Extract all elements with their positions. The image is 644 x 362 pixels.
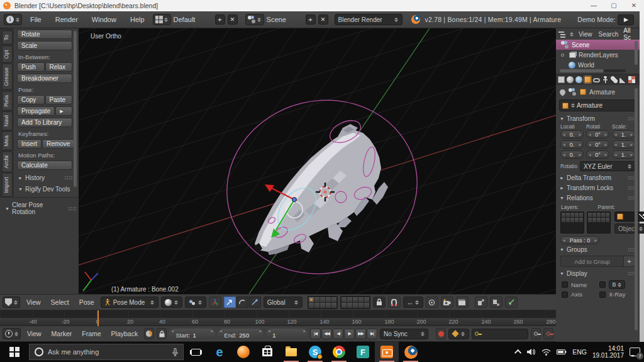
delete-scene-button[interactable]: ✕ (318, 14, 328, 25)
maximum-draw-type-dropdown[interactable]: B (609, 280, 625, 289)
demo-play-button[interactable]: ▶ (618, 14, 634, 25)
taskbar-skype[interactable]: S (303, 342, 327, 362)
shelf-tab-relations[interactable]: Rela (2, 91, 13, 111)
snap-toggle-button[interactable] (388, 297, 401, 308)
tab-physics[interactable] (628, 76, 636, 84)
groups-panel-header[interactable]: Groups (556, 244, 640, 254)
delta-transform-panel-header[interactable]: Delta Transform (556, 173, 640, 183)
screen-layout-icon-button[interactable] (153, 14, 171, 25)
parent-type-dropdown[interactable]: Object (614, 223, 644, 234)
add-to-group-button[interactable]: Add to Group (560, 256, 624, 267)
current-frame-field[interactable]: 1 (266, 329, 308, 339)
taskbar-store[interactable] (255, 342, 279, 362)
outliner-hscrollbar[interactable] (560, 69, 626, 72)
scale-y-field[interactable]: 1. (612, 140, 635, 149)
outliner-menu-search[interactable]: Search (597, 31, 620, 38)
layered-record-button[interactable] (157, 328, 167, 339)
scene-selector-icon-button[interactable] (245, 14, 264, 25)
scale-button[interactable]: Scale (17, 41, 72, 50)
object-layers-widget[interactable] (560, 212, 611, 234)
sync-dropdown[interactable]: No Sync (380, 329, 428, 339)
tab-bone[interactable] (610, 76, 618, 84)
current-frame-marker[interactable] (97, 310, 99, 326)
shelf-tab-options[interactable]: Opt (2, 46, 13, 63)
add-group-plus-button[interactable]: + (624, 256, 635, 267)
copy-pose-button[interactable]: Copy (17, 95, 45, 105)
snap-element-dropdown[interactable]: ↔ (403, 297, 423, 308)
panel-grip-icon[interactable] (68, 206, 76, 211)
menu-window[interactable]: Window (86, 16, 122, 23)
display-wire-checkbox[interactable] (599, 281, 606, 288)
rotation-x-field[interactable]: 0° (586, 130, 609, 139)
wifi-icon[interactable] (541, 349, 551, 356)
microphone-icon[interactable] (172, 348, 178, 356)
insert-keyframes-button[interactable] (531, 328, 541, 339)
timeline-ruler[interactable]: -40 -20 0 20 40 60 80 100 120 140 160 18… (0, 318, 556, 326)
tool-shelf-scrollbar[interactable] (74, 31, 77, 187)
display-xray-checkbox[interactable] (599, 291, 606, 298)
tab-constraints[interactable] (592, 76, 601, 84)
paste-pose-button[interactable]: Paste (45, 95, 73, 105)
view3d-editor-selector[interactable] (3, 297, 20, 308)
timeline-editor-selector[interactable] (3, 328, 21, 339)
propagate-options-arrow[interactable]: ▶ (55, 106, 72, 116)
shelf-tab-tools[interactable]: To (2, 31, 13, 45)
mode-dropdown[interactable]: Pose Mode (101, 297, 158, 308)
shelf-tab-measure[interactable]: Mea (2, 132, 13, 150)
rigify-panel-header[interactable]: Rigify Dev Tools (18, 186, 72, 193)
keying-set-dropdown[interactable] (448, 329, 469, 339)
scene-name[interactable]: Scene (267, 16, 303, 23)
play-button[interactable]: ▶ (344, 329, 355, 339)
transform-locks-panel-header[interactable]: Transform Locks (556, 183, 640, 193)
start-button[interactable] (0, 342, 29, 362)
viewport-3d[interactable]: User Ortho (1) Armature : Bone.002 (79, 28, 556, 294)
remove-keyframe-button[interactable]: Remove (42, 139, 74, 149)
eyedropper-icon[interactable] (639, 214, 644, 220)
tab-scene[interactable] (566, 76, 574, 84)
object-id-field[interactable]: Armature (559, 99, 636, 111)
menu-file[interactable]: File (25, 16, 47, 23)
outliner-filter-dropdown[interactable]: All Sc (623, 27, 637, 41)
outliner-item-scene[interactable]: Scene (556, 40, 640, 50)
add-scene-button[interactable]: + (306, 14, 316, 25)
view3d-menu-view[interactable]: View (23, 298, 45, 306)
relax-button[interactable]: Relax (45, 62, 73, 72)
pass-index-field[interactable]: Pass : 0 (560, 236, 599, 244)
delete-keyframes-button[interactable] (543, 328, 553, 339)
display-axis-checkbox[interactable] (562, 291, 568, 298)
volume-icon[interactable] (527, 348, 536, 356)
manipulator-toggle-button[interactable] (209, 297, 221, 308)
copy-pose-button-header[interactable] (475, 297, 487, 308)
render-engine-dropdown[interactable]: Blender Render (335, 14, 402, 25)
rotation-y-field[interactable]: 0° (586, 140, 609, 149)
shelf-tab-import[interactable]: Import (2, 173, 13, 197)
panel-grip-icon[interactable] (64, 176, 72, 180)
battery-icon[interactable] (557, 349, 567, 355)
prev-keyframe-button[interactable]: ◀◀ (321, 329, 332, 339)
rotation-z-field[interactable]: 0° (586, 150, 609, 159)
outliner-vscrollbar[interactable] (635, 41, 638, 65)
rotation-mode-dropdown[interactable]: XYZ Euler (580, 161, 635, 171)
viewport-layers-widget[interactable] (308, 296, 370, 309)
tab-bone-constraints[interactable] (619, 76, 627, 84)
tab-render[interactable] (557, 76, 565, 84)
lock-to-scene-button[interactable] (373, 297, 386, 308)
editor-type-selector[interactable]: i (4, 14, 22, 25)
tray-chevron-icon[interactable] (514, 349, 521, 356)
language-indicator[interactable]: ENG (572, 348, 587, 356)
taskbar-file-explorer[interactable] (279, 342, 303, 362)
transform-panel-header[interactable]: Transform (556, 113, 640, 123)
insert-keyframe-button[interactable]: Insert (17, 139, 42, 149)
clock[interactable]: 14:01 19.01.2017 (592, 345, 624, 359)
scale-x-field[interactable]: 1. (612, 130, 635, 139)
tab-world[interactable] (575, 76, 583, 84)
add-to-library-button[interactable]: Add To Library (17, 118, 72, 127)
breakdowner-button[interactable]: Breakdowner (17, 74, 72, 83)
menu-help[interactable]: Help (125, 16, 150, 23)
rotate-button[interactable]: Rotate (17, 30, 72, 39)
opengl-render-button[interactable] (441, 297, 453, 308)
view3d-menu-select[interactable]: Select (47, 298, 73, 306)
display-name-checkbox[interactable] (562, 281, 568, 288)
taskbar-f-app[interactable]: F (351, 342, 375, 362)
shelf-tab-archimesh[interactable]: Archi (2, 152, 13, 173)
